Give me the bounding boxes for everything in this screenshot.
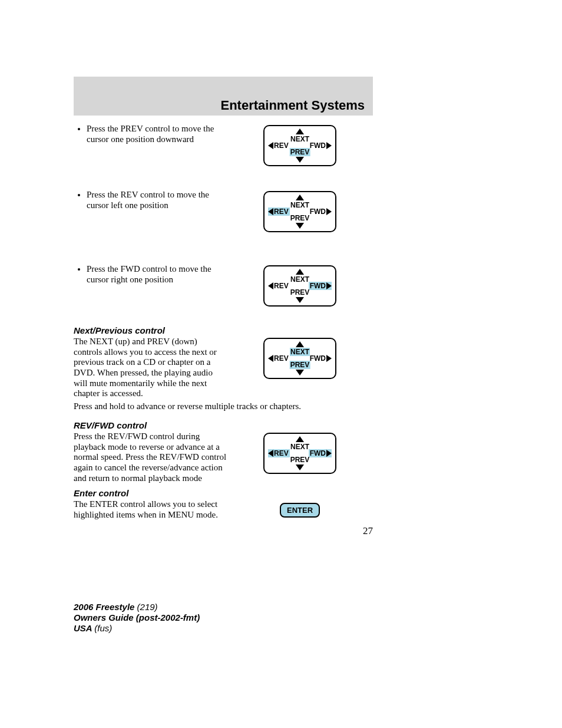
body-nextprev-full: Press and hold to advance or reverse mul… [74,401,373,412]
arrow-left-icon [268,450,273,457]
footer-code: (219) [137,602,158,612]
pad-next-label: NEXT [290,135,310,143]
body-revfwd: Press the REV/FWD control during playbac… [74,431,227,483]
body-enter: The ENTER control allows you to select h… [74,499,227,520]
pad-next-label: NEXT [290,275,310,284]
arrow-down-icon [296,465,304,470]
pad-prev-label-highlighted: PREV [290,361,310,369]
arrow-up-icon [296,129,304,134]
row-revfwd: Press the REV/FWD control during playbac… [74,431,373,483]
pad-rev-label-highlighted: REV [268,207,290,216]
row-fwd: Press the FWD control to move the cursor… [74,264,373,307]
pad-prev-label: PREV [290,214,310,222]
page-content: Press the PREV control to move the curso… [74,124,373,537]
footer: 2006 Freestyle (219) Owners Guide (post-… [74,602,562,634]
control-pad-revfwd: NEXT REV FWD PREV [263,433,336,474]
arrow-right-icon [326,208,332,215]
control-pad-nextprev: NEXT REV FWD PREV [263,338,336,379]
arrow-right-icon [326,282,332,289]
control-pad-rev: NEXT REV FWD PREV [263,191,336,232]
pad-next-label: NEXT [290,443,310,451]
arrow-left-icon [268,282,273,289]
row-enter: The ENTER control allows you to select h… [74,499,373,520]
row-prev: Press the PREV control to move the curso… [74,124,373,166]
arrow-right-icon [326,355,332,362]
row-nextprev: The NEXT (up) and PREV (down) controls a… [74,337,373,399]
page-number: 27 [74,525,373,537]
arrow-left-icon [268,142,273,149]
arrow-down-icon [296,223,304,229]
pad-fwd-label-highlighted: FWD [309,282,332,290]
pad-next-label-highlighted: NEXT [290,348,310,356]
bullet-fwd: Press the FWD control to move the cursor… [87,264,227,285]
pad-next-label: NEXT [290,201,310,209]
subhead-revfwd: REV/FWD control [74,420,373,430]
arrow-right-icon [326,450,332,457]
enter-button-diagram: ENTER [280,503,320,518]
arrow-up-icon [296,341,304,347]
footer-region-code: (fus) [94,623,112,633]
arrow-down-icon [296,370,304,375]
arrow-up-icon [296,436,304,442]
footer-region: USA [74,623,94,633]
footer-model: 2006 Freestyle [74,602,137,612]
pad-rev-label: REV [268,141,290,150]
pad-rev-label: REV [268,282,290,290]
pad-rev-label: REV [268,354,290,363]
header-band: Entertainment Systems [74,77,373,116]
pad-fwd-label-highlighted: FWD [309,449,332,457]
page-title: Entertainment Systems [220,98,365,113]
row-rev: Press the REV control to move the cursor… [74,190,373,232]
pad-prev-label: PREV [290,288,310,297]
arrow-up-icon [296,269,304,275]
arrow-up-icon [296,195,304,200]
bullet-rev: Press the REV control to move the cursor… [87,190,227,210]
subhead-enter: Enter control [74,488,373,498]
subhead-nextprev: Next/Previous control [74,325,373,335]
arrow-down-icon [296,297,304,303]
arrow-left-icon [268,355,273,362]
arrow-right-icon [326,142,332,149]
pad-fwd-label: FWD [309,207,332,216]
control-pad-prev: NEXT REV FWD PREV [263,125,336,166]
arrow-down-icon [296,157,304,163]
pad-rev-label-highlighted: REV [268,449,290,457]
footer-guide: Owners Guide (post-2002-fmt) [74,612,200,622]
pad-prev-label-highlighted: PREV [290,148,310,156]
control-pad-fwd: NEXT REV FWD PREV [263,265,336,307]
pad-fwd-label: FWD [309,141,332,150]
arrow-left-icon [268,208,273,215]
bullet-prev: Press the PREV control to move the curso… [87,124,227,144]
pad-prev-label: PREV [290,456,310,464]
body-nextprev: The NEXT (up) and PREV (down) controls a… [74,337,227,399]
pad-fwd-label: FWD [309,354,332,363]
